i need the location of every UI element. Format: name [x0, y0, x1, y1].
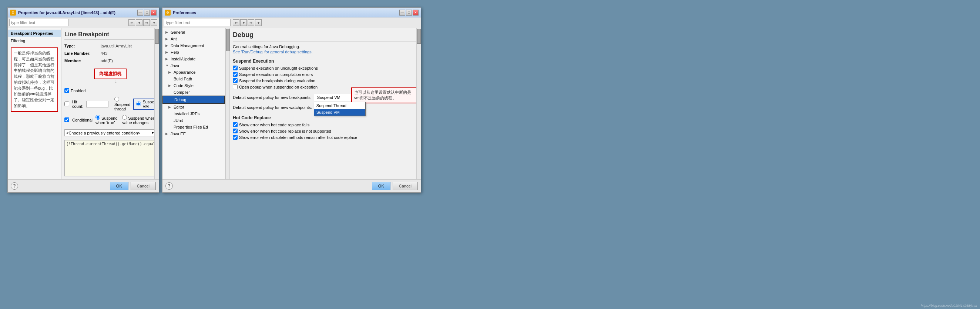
terminal-arrow: ↓: [115, 78, 117, 84]
left-window-controls: — □ ✕: [137, 10, 156, 16]
nav-filtering[interactable]: Filtering: [8, 37, 61, 45]
suspend-uncaught-row: Suspend execution on uncaught exceptions: [233, 65, 418, 71]
nav-build-path[interactable]: Build Path: [162, 75, 225, 82]
suspend-true-radio[interactable]: [95, 115, 100, 120]
conditional-row: Conditional Suspend when 'true' Suspend …: [64, 114, 156, 126]
nav-java[interactable]: ▼ Java: [162, 62, 225, 69]
right-filter-input[interactable]: [164, 19, 231, 26]
hit-count-checkbox[interactable]: [64, 101, 69, 106]
dropdown-suspend-vm[interactable]: Suspend VM: [314, 109, 365, 115]
nav-ant[interactable]: ▶ Ant: [162, 35, 225, 42]
nav-editor[interactable]: ▶ Editor: [162, 104, 225, 110]
suspend-breakpoints-checkbox[interactable]: [233, 78, 238, 83]
nav-junit-label: JUnit: [173, 118, 183, 123]
debug-main-title: Debug: [233, 31, 418, 42]
right-window-title: Preferences: [173, 10, 397, 15]
close-btn[interactable]: ✕: [151, 10, 156, 16]
nav-java-ee[interactable]: ▶ Java EE: [162, 130, 225, 137]
maximize-btn[interactable]: □: [144, 10, 150, 16]
hot-code-not-supported-checkbox[interactable]: [233, 128, 238, 133]
nav-dropdown-btn[interactable]: ▾: [136, 19, 143, 26]
suspend-thread-radio-label: Suspend thread: [115, 97, 130, 111]
right-forward-btn[interactable]: ➡: [248, 19, 254, 26]
nav-help[interactable]: ▶ Help: [162, 49, 225, 56]
left-nav: Breakpoint Properties Filtering 一般是停掉当前的…: [8, 28, 61, 179]
suspend-true-radio-group: Suspend when 'true': [95, 115, 119, 125]
hot-code-obsolete-checkbox[interactable]: [233, 135, 238, 140]
suspend-uncaught-checkbox[interactable]: [233, 66, 238, 70]
member-label: Member:: [64, 59, 98, 63]
right-minimize-btn[interactable]: —: [399, 10, 405, 16]
enabled-checkbox[interactable]: [64, 88, 69, 93]
right-nav-dropdown[interactable]: ▾: [240, 19, 247, 26]
left-ok-button[interactable]: OK: [110, 182, 129, 190]
suspend-changes-radio[interactable]: [122, 115, 127, 120]
help-icon[interactable]: ?: [11, 182, 18, 190]
open-popup-checkbox[interactable]: [233, 85, 238, 89]
pref-main-content: Debug General settings for Java Debuggin…: [230, 28, 421, 179]
suspend-breakpoints-label: Suspend for breakpoints during evaluatio…: [239, 78, 315, 83]
nav-code-style[interactable]: ▶ Code Style: [162, 82, 225, 89]
hit-count-input[interactable]: [86, 101, 108, 107]
suspend-execution-title: Suspend Execution: [233, 59, 418, 64]
left-window-title: Properties for java.util.ArrayList [line…: [18, 10, 135, 15]
nav-debug[interactable]: Debug: [162, 96, 225, 104]
nav-scrollbar-thumb[interactable]: [226, 29, 230, 51]
main-content-scrollbar-thumb[interactable]: [417, 29, 421, 44]
installed-jres-arrow: [169, 112, 172, 115]
dropdown-suspend-thread[interactable]: Suspend Thread: [314, 102, 365, 109]
condition-dropdown-text: <Choose a previously entered condition>: [66, 131, 140, 135]
right-maximize-btn[interactable]: □: [406, 10, 412, 16]
left-window-icon: ⚙: [10, 10, 16, 16]
right-close-btn[interactable]: ✕: [413, 10, 418, 16]
pref-nav-tree: ▶ General ▶ Ant ▶ Data Management ▶ Help…: [162, 28, 225, 179]
minimize-btn[interactable]: —: [137, 10, 143, 16]
condition-dropdown[interactable]: <Choose a previously entered condition> …: [64, 129, 156, 136]
nav-compiler[interactable]: Compiler: [162, 89, 225, 96]
conditional-checkbox[interactable]: [64, 117, 69, 122]
suspend-vm-radio[interactable]: [136, 101, 141, 106]
hot-code-error-checkbox[interactable]: [233, 122, 238, 127]
nav-appearance[interactable]: ▶ Appearance: [162, 69, 225, 75]
right-cancel-button[interactable]: Cancel: [393, 182, 418, 190]
see-run-debug-link[interactable]: See 'Run/Debug' for general debug settin…: [233, 50, 418, 54]
main-scrollbar[interactable]: [154, 28, 159, 179]
right-menu-btn[interactable]: ▾: [255, 19, 262, 26]
left-cancel-button[interactable]: Cancel: [130, 182, 156, 190]
back-arrow-btn[interactable]: ⬅: [129, 19, 135, 26]
main-content-scrollbar[interactable]: [416, 28, 421, 179]
nav-breakpoint-properties[interactable]: Breakpoint Properties: [8, 30, 61, 37]
scrollbar-thumb[interactable]: [155, 29, 159, 44]
code-area[interactable]: (!Thread.currentThread().getName().equal…: [64, 140, 156, 176]
nav-general[interactable]: ▶ General: [162, 29, 225, 35]
left-top-bar: ⬅ ▾ ➡ ▾: [8, 18, 159, 28]
nav-data-management[interactable]: ▶ Data Management: [162, 42, 225, 49]
terminal-vm-area: 终端虚拟机 ↓: [64, 69, 156, 79]
forward-arrow-btn[interactable]: ➡: [143, 19, 150, 26]
left-bottom-bar: ? OK Cancel: [8, 179, 159, 192]
nav-install-update[interactable]: ▶ Install/Update: [162, 56, 225, 62]
nav-junit[interactable]: JUnit: [162, 117, 225, 124]
right-bottom-bar: ? OK Cancel: [162, 179, 421, 192]
pref-top-bar: ⬅ ▾ ➡ ▾: [162, 18, 421, 28]
nav-editor-label: Editor: [173, 105, 184, 109]
nav-scrollbar[interactable]: [225, 28, 230, 179]
left-filter-input[interactable]: [9, 19, 68, 26]
right-back-btn[interactable]: ⬅: [233, 19, 239, 26]
right-help-icon[interactable]: ?: [165, 182, 173, 190]
editor-arrow: ▶: [169, 105, 172, 109]
general-settings-text: General settings for Java Debugging.: [233, 45, 418, 49]
type-row: Type: java.util.ArrayList: [64, 43, 156, 48]
nav-tree-area: ▶ General ▶ Ant ▶ Data Management ▶ Help…: [162, 28, 421, 179]
suspend-compilation-label: Suspend execution on compilation errors: [239, 72, 313, 77]
right-ok-button[interactable]: OK: [372, 182, 390, 190]
nav-menu-btn[interactable]: ▾: [151, 19, 157, 26]
nav-installed-jres[interactable]: Installed JREs: [162, 110, 225, 117]
right-window-icon: ⚙: [165, 10, 170, 16]
suspend-compilation-checkbox[interactable]: [233, 72, 238, 77]
data-mgmt-arrow: ▶: [165, 44, 169, 47]
suspend-changes-label: Suspend when value changes: [122, 116, 155, 125]
nav-properties-files[interactable]: Properties Files Ed: [162, 124, 225, 130]
suspend-thread-radio[interactable]: [115, 97, 119, 101]
properties-files-arrow: [169, 125, 172, 129]
